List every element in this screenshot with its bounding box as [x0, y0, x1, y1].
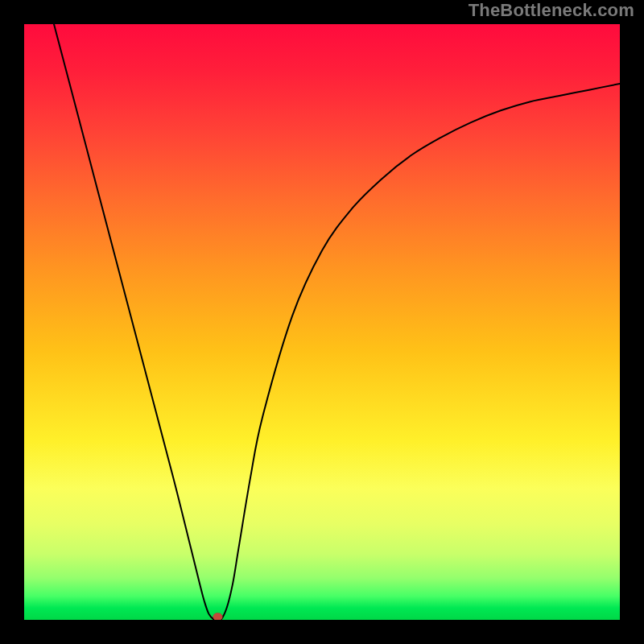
chart-frame: TheBottleneck.com	[0, 0, 644, 644]
optimum-marker	[213, 613, 223, 620]
plot-area	[24, 24, 620, 620]
bottleneck-curve	[54, 24, 620, 620]
watermark-text: TheBottleneck.com	[469, 0, 634, 21]
curve-layer	[24, 24, 620, 620]
